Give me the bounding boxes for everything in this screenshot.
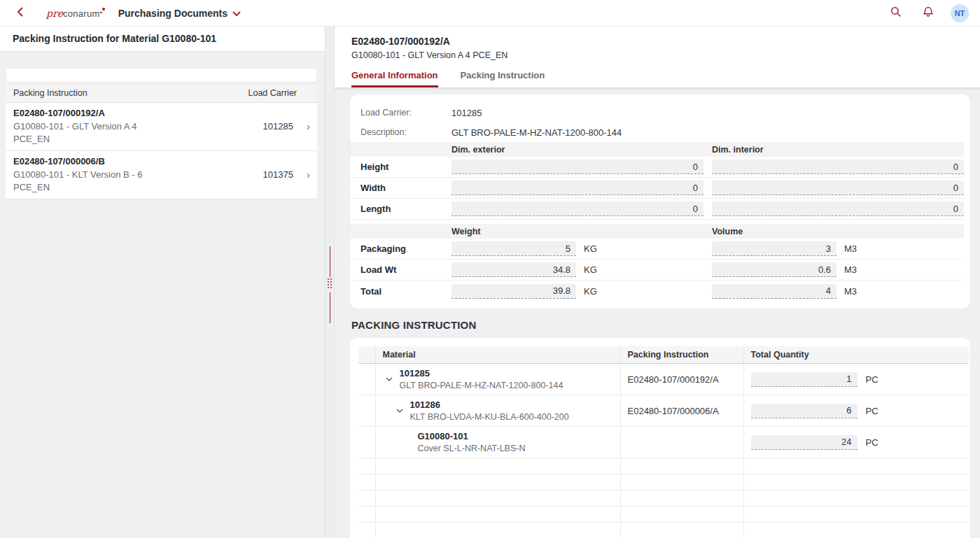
material-number: 101286	[410, 399, 569, 410]
tab-packing-instruction[interactable]: Packing Instruction	[461, 70, 545, 87]
packing-instruction-list: Packing Instruction Load Carrier E02480-…	[6, 84, 317, 199]
master-page-title: Packing Instruction for Material G10080-…	[0, 27, 325, 52]
list-column-packing-instruction: Packing Instruction	[13, 88, 88, 98]
volume-unit: M3	[844, 264, 857, 275]
panel-splitter[interactable]	[325, 27, 335, 538]
weight-unit: KG	[584, 286, 597, 297]
volume-unit: M3	[844, 243, 857, 254]
logo-dot-icon	[102, 8, 105, 10]
search-button[interactable]	[886, 3, 906, 23]
description-label: Description:	[350, 127, 451, 137]
packing-instruction-section-title: PACKING INSTRUCTION	[351, 319, 970, 331]
quantity-field: 1	[751, 372, 858, 387]
splitter-grip-icon[interactable]	[328, 278, 332, 288]
detail-panel: E02480-107/000192/A G10080-101 - GLT Ver…	[335, 27, 980, 538]
packing-table-body: 101285 GLT BRO-PALE-M-HZ-NAT-1200-800-14…	[358, 364, 969, 538]
height-label: Height	[350, 162, 451, 172]
list-column-load-carrier: Load Carrier	[248, 88, 297, 98]
expand-chevron-icon[interactable]	[384, 374, 394, 384]
width-exterior-field: 0	[451, 180, 704, 195]
width-label: Width	[350, 183, 451, 193]
brand-logo[interactable]: preconarum	[46, 8, 100, 19]
detail-subtitle: G10080-101 - GLT Version A 4 PCE_EN	[351, 50, 980, 60]
back-button[interactable]	[11, 5, 28, 22]
load-wt-volume-field: 0.6	[712, 262, 836, 277]
total-label: Total	[350, 286, 451, 297]
column-material: Material	[375, 346, 620, 364]
material-description: Cover SL-L-NR-NAT-LBS-N	[418, 444, 526, 453]
dim-exterior-header: Dim. exterior	[451, 145, 704, 155]
shell-header: preconarum Purchasing Documents NT	[0, 0, 980, 27]
quantity-unit: PC	[866, 406, 878, 416]
expand-chevron-icon[interactable]	[395, 406, 405, 416]
list-item[interactable]: E02480-107/000192/A G10080-101 - GLT Ver…	[6, 103, 317, 151]
list-item-title: E02480-107/000006/B	[13, 156, 263, 167]
width-interior-field: 0	[712, 180, 964, 195]
table-header-row: Material Packing Instruction Total Quant…	[358, 346, 969, 364]
master-panel: Packing Instruction for Material G10080-…	[0, 27, 325, 538]
split-app: Packing Instruction for Material G10080-…	[0, 27, 980, 538]
packing-instruction-value: E02480-107/000006/A	[620, 395, 743, 427]
load-wt-weight-field: 34.8	[451, 262, 576, 277]
app-title-menu[interactable]: Purchasing Documents	[118, 7, 241, 20]
notifications-button[interactable]	[918, 3, 938, 23]
list-item-load-carrier: 101285	[263, 121, 293, 132]
empty-row	[358, 490, 969, 507]
detail-title: E02480-107/000192/A	[351, 36, 980, 47]
detail-tabs: General Information Packing Instruction	[335, 70, 980, 87]
search-icon	[890, 6, 902, 20]
list-header: Packing Instruction Load Carrier	[6, 84, 317, 103]
chevron-right-icon: ›	[293, 169, 310, 180]
empty-row	[358, 523, 969, 538]
load-wt-label: Load Wt	[350, 264, 451, 275]
list-item-load-carrier: 101375	[263, 169, 293, 180]
splitter-line	[330, 246, 330, 277]
list-item-subtitle: G10080-101 - GLT Version A 4 PCE_EN	[13, 120, 153, 145]
empty-row	[358, 458, 969, 474]
user-avatar[interactable]: NT	[951, 4, 969, 22]
chevron-down-icon	[232, 7, 241, 20]
logo-dot-icon	[100, 12, 102, 14]
column-total-quantity: Total Quantity	[743, 346, 969, 364]
length-interior-field: 0	[712, 201, 964, 216]
packing-instruction-card: Material Packing Instruction Total Quant…	[350, 338, 970, 538]
master-body: Packing Instruction Load Carrier E02480-…	[0, 52, 325, 538]
detail-content: Load Carrier: 101285 Description: GLT BR…	[335, 87, 980, 538]
empty-row	[358, 507, 969, 523]
quantity-unit: PC	[866, 437, 878, 448]
weight-unit: KG	[584, 264, 597, 275]
table-row: 101285 GLT BRO-PALE-M-HZ-NAT-1200-800-14…	[358, 364, 969, 395]
tab-general-information[interactable]: General Information	[351, 70, 438, 87]
list-item[interactable]: E02480-107/000006/B G10080-101 - KLT Ver…	[6, 151, 317, 199]
logo-name: conarum	[63, 8, 100, 19]
app-title: Purchasing Documents	[118, 8, 227, 19]
packing-instruction-table: Material Packing Instruction Total Quant…	[358, 346, 969, 538]
list-item-subtitle: G10080-101 - KLT Version B - 6 PCE_EN	[13, 169, 153, 193]
load-carrier-label: Load Carrier:	[350, 108, 451, 118]
logo-prefix: pre	[46, 8, 63, 19]
detail-header: E02480-107/000192/A G10080-101 - GLT Ver…	[335, 27, 980, 60]
weight-header: Weight	[451, 227, 704, 236]
length-label: Length	[350, 204, 451, 214]
table-row: 101286 KLT BRO-LVDA-M-KU-BLA-600-400-200…	[358, 395, 969, 427]
weight-unit: KG	[584, 243, 597, 254]
height-exterior-field: 0	[451, 160, 704, 174]
back-icon	[17, 7, 23, 20]
total-volume-field: 4	[712, 284, 836, 299]
table-row: G10080-101 Cover SL-L-NR-NAT-LBS-N 24 PC	[358, 427, 969, 458]
general-information-card: Load Carrier: 101285 Description: GLT BR…	[350, 94, 970, 309]
packaging-volume-field: 3	[712, 241, 836, 256]
volume-unit: M3	[844, 286, 857, 297]
quantity-unit: PC	[866, 374, 878, 385]
material-description: KLT BRO-LVDA-M-KU-BLA-600-400-200	[410, 412, 569, 422]
splitter-line	[330, 292, 330, 323]
material-description: GLT BRO-PALE-M-HZ-NAT-1200-800-144	[400, 381, 564, 390]
packing-instruction-value: E02480-107/000192/A	[620, 364, 743, 395]
master-search-input[interactable]	[6, 68, 317, 83]
packing-instruction-value	[620, 427, 743, 458]
material-number: G10080-101	[418, 431, 526, 441]
list-item-main: E02480-107/000006/B G10080-101 - KLT Ver…	[13, 156, 263, 193]
quantity-field: 6	[751, 404, 858, 418]
list-item-title: E02480-107/000192/A	[13, 108, 263, 118]
quantity-field: 24	[751, 435, 858, 450]
